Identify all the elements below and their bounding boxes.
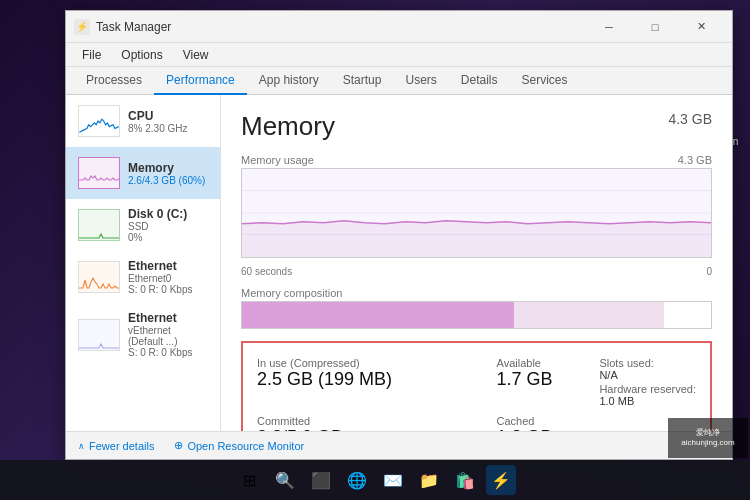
cpu-name: CPU <box>128 109 208 123</box>
sidebar-item-disk[interactable]: Disk 0 (C:) SSD 0% <box>66 199 220 251</box>
open-resource-monitor-link[interactable]: ⊕ Open Resource Monitor <box>174 439 304 452</box>
chart-max-text: 4.3 GB <box>678 154 712 166</box>
ethernet1-info: Ethernet Ethernet0 S: 0 R: 0 Kbps <box>128 259 208 295</box>
chart-time-end: 0 <box>706 266 712 277</box>
cpu-info: CPU 8% 2.30 GHz <box>128 109 208 134</box>
fewer-details-label: Fewer details <box>89 440 154 452</box>
menu-bar: File Options View <box>66 43 732 67</box>
app-icon: ⚡ <box>74 19 90 35</box>
memory-detail: 2.6/4.3 GB (60%) <box>128 175 208 186</box>
fewer-details-link[interactable]: ∧ Fewer details <box>78 440 154 452</box>
desktop: 🌐 Microsoft Edge 🗑️ Recycle Bin ⚡ Task M… <box>0 0 750 500</box>
tab-processes[interactable]: Processes <box>74 67 154 95</box>
tab-users[interactable]: Users <box>393 67 448 95</box>
window-controls: ─ □ ✕ <box>586 11 724 43</box>
sidebar: CPU 8% 2.30 GHz Memory 2.6/4.3 GB (6 <box>66 95 221 431</box>
taskbar-task-mgr-button[interactable]: ⚡ <box>486 465 516 495</box>
svg-rect-1 <box>79 158 120 189</box>
taskbar-mail-button[interactable]: ✉️ <box>378 465 408 495</box>
ethernet1-thumbnail <box>78 261 120 293</box>
in-use-label: In use (Compressed) <box>257 357 477 369</box>
memory-thumbnail <box>78 157 120 189</box>
cached-label: Cached <box>497 415 697 427</box>
stats-box: In use (Compressed) 2.5 GB (199 MB) Avai… <box>241 341 712 431</box>
available-label: Available <box>497 357 553 369</box>
menu-file[interactable]: File <box>74 46 109 64</box>
search-taskbar-button[interactable]: 🔍 <box>270 465 300 495</box>
comp-free <box>664 302 711 328</box>
close-button[interactable]: ✕ <box>678 11 724 43</box>
tab-details[interactable]: Details <box>449 67 510 95</box>
memory-info: Memory 2.6/4.3 GB (60%) <box>128 161 208 186</box>
disk-detail2: 0% <box>128 232 208 243</box>
ethernet1-detail: Ethernet0 <box>128 273 208 284</box>
disk-detail: SSD <box>128 221 208 232</box>
tab-services[interactable]: Services <box>510 67 580 95</box>
ethernet2-name: Ethernet <box>128 311 208 325</box>
cpu-detail: 8% 2.30 GHz <box>128 123 208 134</box>
chart-time-start: 60 seconds <box>241 266 292 277</box>
tab-performance[interactable]: Performance <box>154 67 247 95</box>
taskbar-folder-button[interactable]: 📁 <box>414 465 444 495</box>
sidebar-item-memory[interactable]: Memory 2.6/4.3 GB (60%) <box>66 147 220 199</box>
memory-panel: Memory 4.3 GB Memory usage 4.3 GB <box>221 95 732 431</box>
stat-right-col: Available 1.7 GB Slots used: N/A Hardwar… <box>477 353 697 411</box>
menu-view[interactable]: View <box>175 46 217 64</box>
minimize-button[interactable]: ─ <box>586 11 632 43</box>
task-view-button[interactable]: ⬛ <box>306 465 336 495</box>
watermark-text: 爱纯净 aichunjing.com <box>681 428 734 449</box>
panel-title: Memory <box>241 111 335 142</box>
slots-label: Slots used: <box>599 357 696 369</box>
stat-in-use: In use (Compressed) 2.5 GB (199 MB) <box>257 353 477 411</box>
hardware-label: Hardware reserved: <box>599 383 696 395</box>
comp-in-use <box>242 302 514 328</box>
chart-label-text: Memory usage <box>241 154 314 166</box>
taskbar-edge-button[interactable]: 🌐 <box>342 465 372 495</box>
committed-label: Committed <box>257 415 477 427</box>
taskbar-bottom: ⊞ 🔍 ⬛ 🌐 ✉️ 📁 🛍️ ⚡ <box>0 460 750 500</box>
stat-cached: Cached 1.8 GB <box>477 411 697 431</box>
chart-label: Memory usage 4.3 GB <box>241 154 712 166</box>
ethernet2-detail2: S: 0 R: 0 Kbps <box>128 347 208 358</box>
ethernet2-info: Ethernet vEthernet (Default ...) S: 0 R:… <box>128 311 208 358</box>
sidebar-item-ethernet2[interactable]: Ethernet vEthernet (Default ...) S: 0 R:… <box>66 303 220 366</box>
memory-usage-chart <box>241 168 712 258</box>
svg-marker-9 <box>242 221 711 257</box>
start-button[interactable]: ⊞ <box>234 465 264 495</box>
in-use-value: 2.5 GB (199 MB) <box>257 369 477 390</box>
watermark-line1: 爱纯净 <box>681 428 734 438</box>
slots-value: N/A <box>599 369 696 381</box>
tab-app-history[interactable]: App history <box>247 67 331 95</box>
stat-committed: Committed 2.8/5.0 GB <box>257 411 477 431</box>
chevron-up-icon: ∧ <box>78 441 85 451</box>
hardware-value: 1.0 MB <box>599 395 696 407</box>
disk-name: Disk 0 (C:) <box>128 207 208 221</box>
composition-bar <box>241 301 712 329</box>
monitor-icon: ⊕ <box>174 439 183 452</box>
sidebar-item-cpu[interactable]: CPU 8% 2.30 GHz <box>66 95 220 147</box>
content-area: CPU 8% 2.30 GHz Memory 2.6/4.3 GB (6 <box>66 95 732 431</box>
chart-time: 60 seconds 0 <box>241 266 712 277</box>
title-bar: ⚡ Task Manager ─ □ ✕ <box>66 11 732 43</box>
composition-label: Memory composition <box>241 287 712 299</box>
ethernet2-detail: vEthernet (Default ...) <box>128 325 208 347</box>
taskbar-store-button[interactable]: 🛍️ <box>450 465 480 495</box>
maximize-button[interactable]: □ <box>632 11 678 43</box>
task-manager-window: ⚡ Task Manager ─ □ ✕ File Options View P… <box>65 10 733 460</box>
ethernet1-detail2: S: 0 R: 0 Kbps <box>128 284 208 295</box>
ethernet1-name: Ethernet <box>128 259 208 273</box>
disk-thumbnail <box>78 209 120 241</box>
tab-startup[interactable]: Startup <box>331 67 394 95</box>
available-value: 1.7 GB <box>497 369 553 390</box>
sidebar-item-ethernet1[interactable]: Ethernet Ethernet0 S: 0 R: 0 Kbps <box>66 251 220 303</box>
window-footer: ∧ Fewer details ⊕ Open Resource Monitor <box>66 431 732 459</box>
open-monitor-label: Open Resource Monitor <box>187 440 304 452</box>
watermark-line2: aichunjing.com <box>681 438 734 448</box>
cpu-thumbnail <box>78 105 120 137</box>
watermark: 爱纯净 aichunjing.com <box>668 418 748 458</box>
ethernet2-thumbnail <box>78 319 120 351</box>
tab-bar: Processes Performance App history Startu… <box>66 67 732 95</box>
panel-total: 4.3 GB <box>668 111 712 127</box>
menu-options[interactable]: Options <box>113 46 170 64</box>
disk-info: Disk 0 (C:) SSD 0% <box>128 207 208 243</box>
